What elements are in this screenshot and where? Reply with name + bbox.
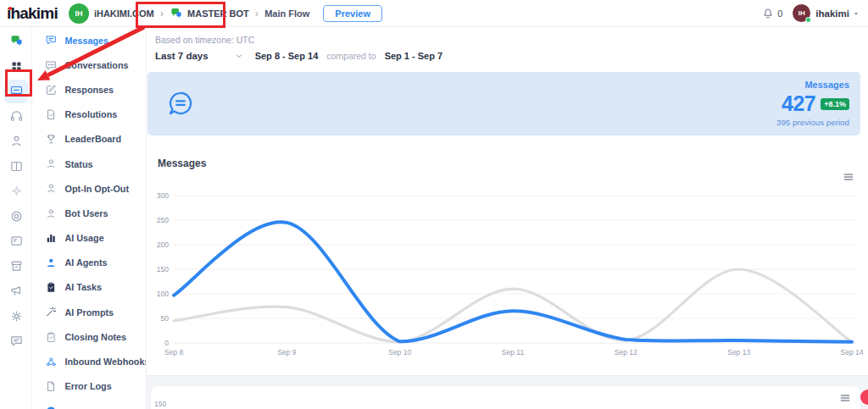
svg-text:Sep 8: Sep 8 xyxy=(164,348,183,356)
sidebar-item-extra[interactable] xyxy=(32,399,146,409)
sidebar-item-leaderboard[interactable]: LeaderBoard xyxy=(32,127,146,152)
breadcrumb-org[interactable]: iHAKIMI.COM xyxy=(94,8,154,19)
rail-item-settings-gear[interactable] xyxy=(0,304,32,329)
stat-value: 427 xyxy=(782,91,815,115)
svg-text:Sep 9: Sep 9 xyxy=(277,348,296,356)
rail-item-comments[interactable] xyxy=(0,329,32,354)
range-preset-select[interactable]: Last 7 days xyxy=(155,51,209,61)
rail-item-ai-sparkle[interactable] xyxy=(0,179,32,204)
megaphone-icon xyxy=(9,284,24,298)
sidebar-item-status[interactable]: Status xyxy=(32,152,146,176)
messages-chart: 050100150200250300Sep 8Sep 9Sep 10Sep 11… xyxy=(147,189,868,363)
sidebar-item-ai-tasks[interactable]: AI Tasks xyxy=(32,275,146,300)
logo-red-dot xyxy=(8,7,12,10)
svg-text:Sep 10: Sep 10 xyxy=(388,348,411,356)
doc-icon xyxy=(45,380,58,393)
sidebar-item-label: Status xyxy=(65,159,93,169)
stat-delta-badge: +8.1% xyxy=(821,98,849,110)
person-icon xyxy=(9,134,24,148)
sidebar-item-label: AI Prompts xyxy=(65,307,114,318)
compared-to-label: compared to xyxy=(326,51,376,61)
chart-title: Messages xyxy=(158,158,206,169)
headset-icon xyxy=(9,109,24,124)
app-logo: ihakimi xyxy=(7,4,58,23)
person-icon xyxy=(45,182,58,195)
rail-item-archive-box[interactable] xyxy=(0,254,32,279)
sidebar-item-bot-users[interactable]: Bot Users xyxy=(32,201,146,225)
preview-button[interactable]: Preview xyxy=(323,5,382,22)
sidebar-item-label: LeaderBoard xyxy=(65,134,122,144)
board-icon xyxy=(9,84,24,98)
app-chat-icon xyxy=(9,34,24,48)
sidebar-menu: MessagesConversationsResponsesResolution… xyxy=(32,27,147,409)
sidebar-item-conversations[interactable]: Conversations xyxy=(32,53,146,77)
sidebar-item-opt-in-opt-out[interactable]: Opt-In Opt-Out xyxy=(32,176,146,201)
person-icon xyxy=(45,158,58,170)
sidebar-item-inbound-webhooks[interactable]: Inbound Webhooks xyxy=(32,349,146,373)
person-icon xyxy=(45,207,58,220)
bot-chat-icon xyxy=(170,7,183,20)
user-name[interactable]: ihakimi xyxy=(815,8,849,19)
breadcrumb-flow[interactable]: Main Flow xyxy=(264,8,309,19)
rail-item-dashboard-board[interactable] xyxy=(0,79,32,104)
sidebar-item-label: Closing Notes xyxy=(65,332,127,342)
breadcrumb-bot[interactable]: MASTER BOT xyxy=(187,8,249,19)
sparkle-icon xyxy=(9,184,24,198)
chat-bubble-icon xyxy=(165,88,196,119)
stat-previous-period: 395 previous period xyxy=(776,118,849,127)
webhook-icon xyxy=(45,356,58,368)
date-range-row: Last 7 days Sep 8 - Sep 14 compared to S… xyxy=(155,49,442,63)
rail-item-target[interactable] xyxy=(0,204,32,229)
messages-stat-card: Messages 427+8.1% 395 previous period xyxy=(147,72,860,135)
rail-item-apps-grid[interactable] xyxy=(0,54,32,80)
sidebar-item-resolutions[interactable]: Resolutions xyxy=(32,102,146,127)
clipboard-icon xyxy=(45,331,58,344)
rail-item-support-headset[interactable] xyxy=(0,104,32,130)
sidebar-item-ai-agents[interactable]: AI Agents xyxy=(32,251,146,275)
chart-menu-icon[interactable] xyxy=(842,170,855,184)
person-filled-icon xyxy=(45,257,58,269)
sidebar-item-label: Error Logs xyxy=(65,381,112,391)
bar-chart-icon xyxy=(45,232,58,245)
rail-item-kanban[interactable] xyxy=(0,154,32,180)
gear-icon xyxy=(9,309,24,323)
rail-item-broadcast-megaphone[interactable] xyxy=(0,279,32,304)
rail-item-contacts[interactable] xyxy=(0,129,32,154)
sidebar-item-label: Conversations xyxy=(65,60,129,70)
active-highlight xyxy=(4,80,28,103)
breadcrumb-separator: › xyxy=(160,7,164,19)
grid-icon xyxy=(9,59,24,74)
svg-text:0: 0 xyxy=(164,339,169,347)
app-root: ihakimi IH iHAKIMI.COM › MASTER BOT › Ma… xyxy=(0,0,868,409)
online-status-dot xyxy=(805,17,811,23)
sidebar-item-label: AI Tasks xyxy=(65,282,103,292)
notifications-count: 0 xyxy=(777,8,782,19)
rail-item-app-messenger[interactable] xyxy=(0,29,32,54)
sidebar-item-responses[interactable]: Responses xyxy=(32,77,146,102)
rail-item-templates-card[interactable] xyxy=(0,229,32,254)
svg-text:Sep 11: Sep 11 xyxy=(502,348,525,356)
card-icon xyxy=(9,234,24,248)
sidebar-item-closing-notes[interactable]: Closing Notes xyxy=(32,324,146,349)
svg-text:Sep 13: Sep 13 xyxy=(727,348,750,356)
target-icon xyxy=(9,209,24,224)
sidebar-item-label: Responses xyxy=(65,85,114,95)
svg-text:50: 50 xyxy=(161,314,170,323)
user-menu-caret-icon[interactable] xyxy=(851,8,861,19)
chevron-down-icon[interactable] xyxy=(234,51,244,61)
previous-range: Sep 1 - Sep 7 xyxy=(385,51,442,61)
chart-menu-icon[interactable] xyxy=(838,391,852,405)
svg-text:250: 250 xyxy=(157,216,169,224)
sidebar-item-label: AI Agents xyxy=(65,257,108,268)
org-avatar[interactable]: IH xyxy=(69,3,89,24)
user-avatar[interactable]: IH xyxy=(793,4,810,22)
notifications-bell-icon[interactable] xyxy=(761,7,775,20)
sidebar-item-error-logs[interactable]: Error Logs xyxy=(32,374,146,399)
sidebar-item-messages[interactable]: Messages xyxy=(32,28,146,53)
svg-text:Sep 12: Sep 12 xyxy=(615,348,637,356)
trophy-icon xyxy=(45,133,58,146)
icon-rail xyxy=(0,27,32,409)
sidebar-item-label: AI Usage xyxy=(65,233,104,243)
sidebar-item-ai-usage[interactable]: AI Usage xyxy=(32,226,146,251)
sidebar-item-ai-prompts[interactable]: AI Prompts xyxy=(32,300,146,324)
